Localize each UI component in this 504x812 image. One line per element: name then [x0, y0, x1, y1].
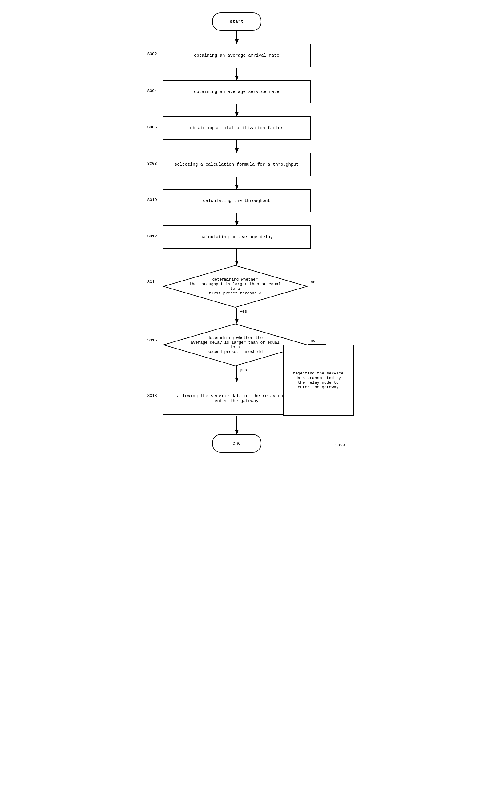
- s312-label: S312: [147, 234, 157, 239]
- start-label: start: [230, 19, 244, 24]
- s306-box: obtaining a total utilization factor: [163, 116, 311, 140]
- end-label: end: [232, 441, 241, 446]
- s312-box: calculating an average delay: [163, 225, 311, 249]
- svg-text:S320: S320: [335, 443, 345, 448]
- svg-text:yes: yes: [240, 309, 247, 314]
- s306-label: S306: [147, 125, 157, 130]
- svg-text:yes: yes: [240, 368, 247, 372]
- s310-label: S310: [147, 198, 157, 202]
- flowchart-diagram: yes yes no no S320 start S302 obtaining …: [132, 6, 372, 776]
- start-node: start: [212, 12, 261, 31]
- svg-text:no: no: [311, 280, 316, 285]
- s314-diamond: determining whether the throughput is la…: [163, 265, 308, 308]
- end-node: end: [212, 434, 261, 453]
- s316-label: S316: [147, 338, 157, 343]
- s302-label: S302: [147, 52, 157, 56]
- s320-box: rejecting the service data transmitted b…: [283, 345, 354, 416]
- svg-text:no: no: [311, 338, 316, 343]
- s308-label: S308: [147, 161, 157, 166]
- s318-label: S318: [147, 394, 157, 398]
- s304-box: obtaining an average service rate: [163, 80, 311, 103]
- s302-box: obtaining an average arrival rate: [163, 44, 311, 67]
- s308-box: selecting a calculation formula for a th…: [163, 153, 311, 176]
- s310-box: calculating the throughput: [163, 189, 311, 212]
- s304-label: S304: [147, 89, 157, 93]
- s314-label: S314: [147, 280, 157, 284]
